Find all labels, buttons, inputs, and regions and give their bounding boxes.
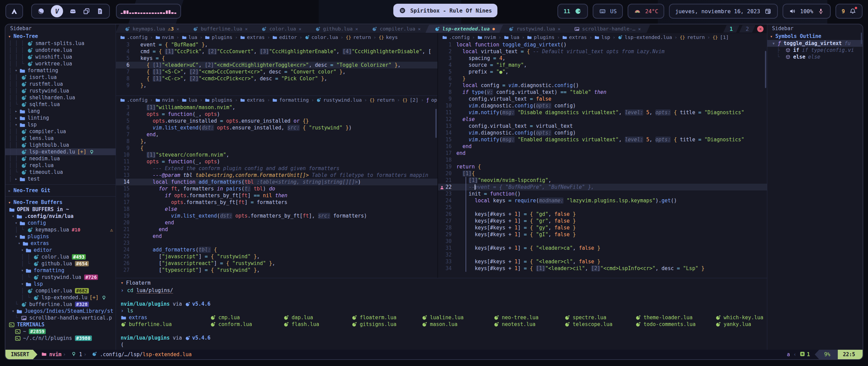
- tree-item-lens-lua[interactable]: │ │ lens.lua: [5, 135, 116, 142]
- tree-item-smart-splits-lua[interactable]: │ │ │ smart-splits.lua: [5, 40, 116, 47]
- tree-item-juegos-indies-steamlibrary-st[interactable]: ▾Juegos/Indies/SteamLibrary/st: [5, 308, 116, 314]
- scrollbar[interactable]: [435, 109, 437, 138]
- code-line-6[interactable]: 6 vim.list_extend(dst: opts.ensure_insta…: [116, 124, 437, 131]
- tab-rustywind-lua[interactable]: rustywind.lua✕: [502, 24, 566, 33]
- tabpage-1[interactable]: 1: [725, 25, 738, 33]
- tree-item-config[interactable]: ▾config: [5, 220, 116, 226]
- tree-item-rustfmt-lua[interactable]: │ │ rustfmt.lua: [5, 81, 116, 87]
- outline-item-toggle_diag_virtext[interactable]: ▾ƒtoggle_diag_virtextfu: [767, 40, 863, 47]
- code-line-8[interactable]: 8 if type(v: config.virtual_text) == "ta…: [438, 89, 767, 96]
- tree-item-worktree-lua[interactable]: │ │ └ worktree.lua: [5, 60, 116, 67]
- code-line-3[interactable]: 3 [1]"williamboman/mason.nvim",: [116, 104, 437, 111]
- tree-item-extras[interactable]: ▾extras: [5, 240, 116, 247]
- tree-item-shellharden-lua[interactable]: │ │ shellharden.lua: [5, 94, 116, 101]
- scrollbar[interactable]: [861, 33, 862, 44]
- code-lsp-extended-lua[interactable]: 1local function toggle_diag_virtext()2 l…: [438, 41, 767, 278]
- tree-item-github-lua[interactable]: │ └ github.lua#654: [5, 260, 116, 267]
- tab-lsp-extended-lua[interactable]: lsp-extended.lua●: [429, 24, 501, 33]
- now-playing-widget[interactable]: Spiritbox - Rule Of Nines: [393, 4, 497, 17]
- code-color-lua[interactable]: 3 event = { "BufRead" },4 cmd = { [1]"Cc…: [116, 41, 437, 96]
- tree-item-lsp-extended-lu[interactable]: │ └ lsp-extended.lu[+]: [5, 294, 116, 301]
- terminal-output[interactable]: ›cd lua/plugins/nvim/lua/plugins via v5.…: [121, 287, 767, 348]
- tree-item-winshift-lua[interactable]: │ │ │ winshift.lua: [5, 54, 116, 60]
- code-line-7[interactable]: 7 local config = vim.diagnostic.config(): [438, 82, 767, 89]
- outline-item-if[interactable]: ├ ifif type(config.vi: [767, 47, 863, 54]
- tree-item-terminals[interactable]: TERMINALS: [5, 321, 116, 328]
- code-line-9[interactable]: 9 {: [116, 145, 437, 151]
- code-line-23[interactable]: 23: [116, 240, 437, 246]
- tree-item-lsp[interactable]: ▾lsp: [5, 281, 116, 287]
- code-line-9[interactable]: 9 config.virtual_text = false: [438, 96, 767, 102]
- audio-widget[interactable]: 100%: [783, 4, 831, 19]
- code-line-14[interactable]: 14 local function add_formatters(tbl :ta…: [116, 179, 437, 185]
- cwd-label[interactable]: nvim: [49, 351, 61, 358]
- code-line-12[interactable]: 12 else: [438, 116, 767, 123]
- code-line-18[interactable]: 18 else: [116, 206, 437, 212]
- tab-compiler-lua[interactable]: compiler.lua✕: [366, 24, 427, 33]
- discord-icon[interactable]: [69, 7, 77, 15]
- code-line-4[interactable]: 4 source = "if_many",: [438, 62, 767, 68]
- close-icon[interactable]: ✕: [558, 26, 560, 32]
- tree-item-plugins[interactable]: ▾plugins: [5, 233, 116, 240]
- tree-item-bufferline-lua[interactable]: └ bufferline.lua#328: [5, 301, 116, 308]
- code-line-20[interactable]: 20 end: [116, 219, 437, 226]
- code-line-23[interactable]: 23 init = function(): [438, 190, 767, 197]
- code-line-22[interactable]: 22 end: [116, 233, 437, 240]
- code-line-10[interactable]: 10 [1]"stevearc/conform.nvim",: [116, 151, 437, 158]
- code-line-31[interactable]: 31 keys[#keys + 1] = { "<leader>ca", fal…: [438, 245, 767, 251]
- close-icon[interactable]: ✕: [418, 26, 421, 32]
- tab-color-lua[interactable]: color.lua✕: [255, 24, 307, 33]
- floaterm-header[interactable]: ▾Floaterm: [121, 279, 767, 287]
- code-line-5[interactable]: 5 prefix = "●",: [438, 68, 767, 75]
- code-line-16[interactable]: 16 end: [438, 143, 767, 150]
- notifications-widget[interactable]: 9: [835, 4, 863, 19]
- date-widget[interactable]: jueves, noviembre 16, 2023: [669, 4, 777, 19]
- tree-item-color-lua[interactable]: │ │ color.lua#493: [5, 253, 116, 260]
- tree-item--[interactable]: ~#2859: [5, 328, 116, 335]
- code-line-18[interactable]: 18: [438, 157, 767, 163]
- tree-item-isort-lua[interactable]: │ │ isort.lua: [5, 74, 116, 81]
- neotree-buffers-section-header[interactable]: ▾Neo-Tree Buffers: [5, 199, 116, 206]
- code-line-6[interactable]: 6 }: [438, 75, 767, 82]
- code-line-13[interactable]: 13 config.virtual_text = virtual_text: [438, 123, 767, 129]
- breadcrumb[interactable]: .config›nvim›lua›plugins›extras›editor›c…: [116, 33, 437, 41]
- code-line-21[interactable]: 21 end: [116, 226, 437, 233]
- neovim-app-icon[interactable]: V: [51, 5, 63, 17]
- code-line-28[interactable]: 28 keys[#keys + 1] = { "gy", false }: [438, 224, 767, 231]
- code-line-21[interactable]: 21 [1]"neovim/nvim-lspconfig",: [438, 177, 767, 184]
- code-line-11[interactable]: 11 vim.notify(msg: "Disable diagnostics …: [438, 109, 767, 116]
- code-line-27[interactable]: 27 keys[#keys + 1] = { "gr", false }: [438, 218, 767, 224]
- tree-item--config-nvim-lua[interactable]: ▾.config/nvim/lua: [5, 213, 116, 220]
- tree-item-repl-lua[interactable]: │ │ repl.lua: [5, 162, 116, 169]
- close-icon[interactable]: ✕: [299, 26, 301, 32]
- code-line-9[interactable]: 9 },: [116, 82, 437, 89]
- weather-widget[interactable]: 24°C: [628, 4, 665, 19]
- tree-item-linting[interactable]: │ ▸linting: [5, 115, 116, 121]
- code-line-17[interactable]: 17 opts.formatters_by_ft[ft] = formatter…: [116, 199, 437, 206]
- tab-scrollbar-handle-[interactable]: scrollbar-handle-…✕: [568, 24, 647, 33]
- code-line-29[interactable]: 29 keys[#keys + 1] = { "gI", false }: [438, 231, 767, 238]
- tree-item-lsp-extended-lu[interactable]: │ │ lsp-extended.lu[+]: [5, 148, 116, 155]
- tree-item-rustywind-lua[interactable]: │ └ rustywind.lua#726: [5, 274, 116, 281]
- code-line-24[interactable]: 24 local keys = require(modname: "lazyvi…: [438, 197, 767, 204]
- tabpage-2[interactable]: 2: [741, 25, 754, 33]
- scrollbar[interactable]: [765, 51, 766, 88]
- copy-icon[interactable]: [83, 7, 90, 15]
- breadcrumb[interactable]: .config›nvim›lua›plugins›extras›lsp›lsp-…: [438, 33, 767, 41]
- breadcrumb[interactable]: .config›nvim›lua›plugins›extras›formatti…: [116, 96, 437, 104]
- code-line-3[interactable]: 3 spacing = 4,: [438, 55, 767, 62]
- tree-item-sqlfmt-lua[interactable]: │ └ sqlfmt.lua: [5, 101, 116, 108]
- tree-item-neodim-lua[interactable]: │ │ neodim.lua: [5, 155, 116, 162]
- launcher-button[interactable]: [5, 4, 23, 19]
- tree-item--c-n-l-plugins[interactable]: ~/.c/n/l/plugins#3980: [5, 335, 116, 342]
- code-line-34[interactable]: 34 keys[#keys + 1] = { [1]"<leader>cil",…: [438, 265, 767, 272]
- tab-github-lua[interactable]: github.lua✕: [309, 24, 364, 33]
- doc-icon[interactable]: [96, 7, 104, 15]
- code-line-17[interactable]: 17end: [438, 150, 767, 157]
- terminal-input-line[interactable]: (: [121, 341, 767, 348]
- code-line-25[interactable]: 25 ["javascript"] = { "rustywind" },: [116, 253, 437, 260]
- code-line-25[interactable]: 25: [438, 204, 767, 211]
- tree-item-rustywind-lua[interactable]: │ │ rustywind.lua: [5, 87, 116, 94]
- code-line-7[interactable]: 7 { [1]"<S-C>", [2]"<cmd>CccConvert<cr>"…: [116, 68, 437, 75]
- neotree-git-section-header[interactable]: ▸Neo-Tree Git: [5, 187, 116, 194]
